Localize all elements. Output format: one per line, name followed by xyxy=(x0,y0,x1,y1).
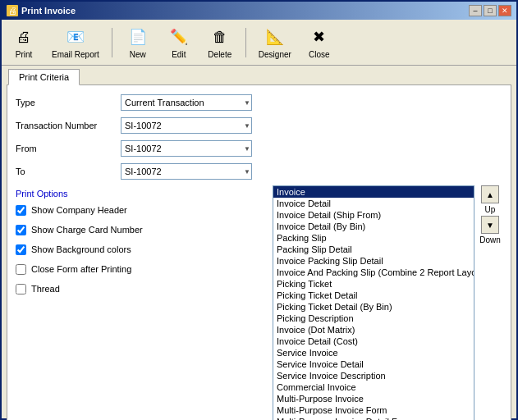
type-select[interactable]: Current Transaction Range xyxy=(121,94,252,111)
list-item[interactable]: Invoice Detail (Cost) xyxy=(273,336,474,347)
list-item[interactable]: Picking Ticket Detail (By Bin) xyxy=(273,301,474,313)
print-options-label: Print Options xyxy=(16,189,266,199)
delete-button[interactable]: 🗑 Delete xyxy=(203,23,237,62)
window-close-button[interactable]: ✕ xyxy=(498,5,511,16)
list-item[interactable]: Multi-Purpose Invoice xyxy=(273,393,474,404)
list-item[interactable]: Picking Ticket xyxy=(273,278,474,290)
edit-button[interactable]: ✏️ Edit xyxy=(162,23,196,62)
report-listbox[interactable]: InvoiceInvoice DetailInvoice Detail (Shi… xyxy=(273,185,474,420)
list-item[interactable]: Service Invoice Description xyxy=(273,370,474,381)
list-item[interactable]: Commercial Invoice xyxy=(273,381,474,393)
scroll-up-button[interactable]: ▲ xyxy=(481,185,499,203)
close-form-checkbox[interactable] xyxy=(16,264,26,275)
list-item[interactable]: Invoice And Packing Slip (Combine 2 Repo… xyxy=(273,267,474,278)
list-item[interactable]: Service Invoice xyxy=(273,347,474,358)
edit-icon: ✏️ xyxy=(167,25,190,48)
main-content: Type Current Transaction Range Transacti… xyxy=(7,84,511,420)
new-icon: 📄 xyxy=(126,25,149,48)
two-col-area: Print Options Show Company Header Show C… xyxy=(16,185,502,420)
from-row: From SI-10072 xyxy=(16,139,502,158)
list-item[interactable]: Invoice xyxy=(273,186,474,198)
title-buttons: – □ ✕ xyxy=(469,5,511,16)
close-form-label: Close Form after Printing xyxy=(31,264,131,274)
toolbar: 🖨 Print 📧 Email Report 📄 New ✏️ Edit 🗑 D… xyxy=(2,20,516,66)
new-label: New xyxy=(130,50,146,59)
show-company-row: Show Company Header xyxy=(16,202,266,218)
show-company-checkbox[interactable] xyxy=(16,205,26,216)
list-item[interactable]: Packing Slip Detail xyxy=(273,244,474,255)
list-item[interactable]: Multi-Purpose Invoice Detail Form xyxy=(273,416,474,420)
scroll-down-label: Down xyxy=(478,235,502,244)
thread-label: Thread xyxy=(31,284,60,294)
list-item[interactable]: Picking Description xyxy=(273,313,474,324)
title-bar-left: 🖨 Print Invoice xyxy=(7,5,76,16)
main-window: 🖨 Print Invoice – □ ✕ 🖨 Print 📧 Email Re… xyxy=(0,0,518,420)
thread-row: Thread xyxy=(16,281,266,297)
email-report-button[interactable]: 📧 Email Report xyxy=(48,23,103,62)
list-item[interactable]: Invoice Detail (Ship From) xyxy=(273,209,474,221)
email-label: Email Report xyxy=(52,50,99,59)
print-button[interactable]: 🖨 Print xyxy=(7,23,41,62)
show-charge-row: Show Charge Card Number xyxy=(16,221,266,238)
to-label: To xyxy=(16,167,114,176)
close-icon: ✖ xyxy=(308,25,331,48)
show-company-label: Show Company Header xyxy=(31,205,127,215)
show-charge-checkbox[interactable] xyxy=(16,225,26,235)
delete-label: Delete xyxy=(208,50,231,59)
new-button[interactable]: 📄 New xyxy=(121,23,155,62)
designer-button[interactable]: 📐 Designer xyxy=(254,23,296,62)
designer-icon: 📐 xyxy=(264,25,287,48)
list-item[interactable]: Invoice Detail (By Bin) xyxy=(273,221,474,232)
list-item[interactable]: Multi-Purpose Invoice Form xyxy=(273,404,474,416)
list-item[interactable]: Service Invoice Detail xyxy=(273,358,474,370)
to-select-wrapper: SI-10072 xyxy=(121,163,252,180)
from-label: From xyxy=(16,144,114,153)
close-button[interactable]: ✖ Close xyxy=(302,23,337,62)
transaction-label: Transaction Number xyxy=(16,121,114,130)
type-row: Type Current Transaction Range xyxy=(16,94,502,112)
transaction-row: Transaction Number SI-10072 xyxy=(16,116,502,135)
toolbar-separator xyxy=(112,28,112,57)
left-column: Print Options Show Company Header Show C… xyxy=(16,185,266,420)
list-item[interactable]: Packing Slip xyxy=(273,232,474,244)
scroll-up-label: Up xyxy=(478,205,502,214)
type-label: Type xyxy=(16,98,114,107)
close-form-row: Close Form after Printing xyxy=(16,261,266,277)
show-charge-label: Show Charge Card Number xyxy=(31,225,143,235)
designer-label: Designer xyxy=(259,50,291,59)
scroll-button-group: ▲ Up ▼ Down xyxy=(478,185,502,420)
delete-icon: 🗑 xyxy=(209,25,231,48)
close-label: Close xyxy=(309,50,330,59)
title-bar: 🖨 Print Invoice – □ ✕ xyxy=(2,2,516,20)
type-select-wrapper: Current Transaction Range xyxy=(121,94,252,111)
transaction-select[interactable]: SI-10072 xyxy=(121,117,252,134)
print-icon: 🖨 xyxy=(12,25,35,48)
thread-checkbox[interactable] xyxy=(16,284,26,294)
tab-bar: Print Criteria xyxy=(2,66,516,84)
to-select[interactable]: SI-10072 xyxy=(121,163,252,180)
window-icon: 🖨 xyxy=(7,5,18,16)
show-bg-row: Show Background colors xyxy=(16,241,266,258)
show-bg-checkbox[interactable] xyxy=(16,244,26,255)
email-icon: 📧 xyxy=(64,25,87,48)
list-item[interactable]: Invoice (Dot Matrix) xyxy=(273,324,474,336)
from-select-wrapper: SI-10072 xyxy=(121,140,252,157)
edit-label: Edit xyxy=(172,50,186,59)
maximize-button[interactable]: □ xyxy=(484,5,497,16)
tab-print-criteria[interactable]: Print Criteria xyxy=(8,69,80,85)
list-item[interactable]: Invoice Detail xyxy=(273,198,474,209)
right-column: InvoiceInvoice DetailInvoice Detail (Shi… xyxy=(273,185,502,420)
toolbar-separator-2 xyxy=(245,28,246,57)
list-item[interactable]: Picking Ticket Detail xyxy=(273,290,474,301)
show-bg-label: Show Background colors xyxy=(31,244,131,254)
minimize-button[interactable]: – xyxy=(469,5,482,16)
print-label: Print xyxy=(16,50,33,59)
scroll-down-button[interactable]: ▼ xyxy=(481,216,499,234)
to-row: To SI-10072 xyxy=(16,162,502,180)
from-select[interactable]: SI-10072 xyxy=(121,140,252,157)
transaction-select-wrapper: SI-10072 xyxy=(121,117,252,134)
list-item[interactable]: Invoice Packing Slip Detail xyxy=(273,255,474,267)
window-title: Print Invoice xyxy=(21,6,76,16)
